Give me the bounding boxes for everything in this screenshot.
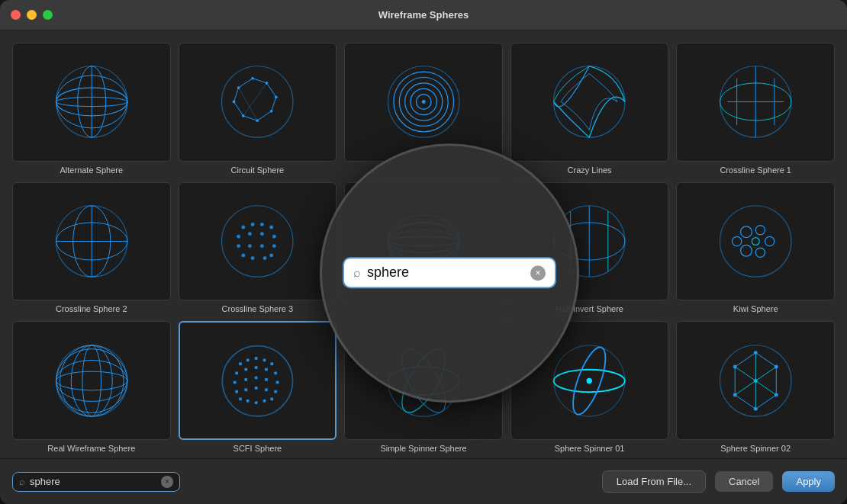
item-label: Crazy Lines (565, 165, 615, 175)
svg-point-60 (269, 254, 273, 258)
svg-rect-94 (255, 366, 258, 369)
list-item[interactable]: Alternate Sphere (12, 43, 171, 175)
svg-point-46 (251, 223, 255, 226)
list-item[interactable]: SCFI Sphere (179, 321, 337, 453)
close-button[interactable] (11, 10, 21, 20)
svg-rect-87 (239, 362, 242, 365)
svg-rect-106 (274, 390, 277, 393)
list-item[interactable]: Crazy Lines (510, 43, 669, 175)
item-preview (344, 43, 503, 162)
list-item[interactable]: Circuit Sphere (179, 43, 337, 175)
svg-point-50 (248, 232, 252, 236)
item-label: Circuit Sphere (228, 165, 288, 175)
svg-point-51 (260, 232, 264, 236)
svg-point-48 (269, 226, 273, 230)
search-input[interactable] (30, 476, 156, 487)
svg-point-47 (260, 223, 264, 226)
svg-rect-103 (244, 388, 247, 391)
list-item[interactable]: Kiwi Sphere (676, 182, 835, 314)
item-label: Sphere Spinner 01 (552, 444, 628, 453)
svg-rect-92 (235, 371, 238, 374)
svg-rect-111 (270, 397, 273, 400)
svg-point-81 (56, 360, 127, 401)
svg-point-55 (260, 244, 264, 248)
minimize-button[interactable] (27, 10, 37, 20)
apply-button[interactable]: Apply (782, 471, 835, 492)
svg-rect-102 (235, 390, 238, 393)
svg-rect-110 (263, 400, 266, 403)
item-preview (179, 321, 337, 440)
svg-point-31 (422, 100, 426, 104)
list-item[interactable]: Real Wireframe Sphere (12, 321, 171, 453)
item-preview (676, 43, 835, 162)
cancel-button[interactable]: Cancel (715, 471, 773, 492)
svg-point-86 (222, 345, 292, 416)
svg-point-57 (241, 254, 245, 258)
magnifier-search-text: sphere (367, 265, 524, 281)
window-title: Wireframe Spheres (378, 9, 469, 21)
svg-point-58 (251, 256, 255, 260)
svg-line-139 (735, 367, 755, 380)
svg-point-72 (741, 226, 752, 238)
svg-rect-100 (265, 378, 268, 381)
magnifier-search-icon: ⌕ (353, 266, 361, 280)
maximize-button[interactable] (43, 10, 53, 20)
item-preview (179, 182, 337, 301)
search-icon: ⌕ (19, 476, 25, 487)
svg-point-83 (82, 345, 101, 416)
svg-rect-104 (255, 387, 258, 390)
magnifier-clear-button[interactable]: × (530, 265, 546, 281)
item-label: Sphere Spinner 02 (717, 444, 794, 453)
svg-point-75 (755, 248, 765, 257)
bottom-bar: ⌕ × Load From File... Cancel Apply (0, 458, 847, 504)
svg-point-85 (60, 345, 124, 416)
magnifier-search-container: ⌕ sphere × (343, 257, 556, 288)
item-label: Simple Spinner Sphere (377, 444, 469, 453)
item-preview (179, 43, 337, 162)
svg-point-80 (56, 371, 127, 390)
svg-point-45 (241, 226, 245, 230)
item-preview (676, 182, 835, 301)
svg-point-84 (71, 345, 112, 416)
svg-rect-109 (255, 401, 258, 404)
clear-button[interactable]: × (161, 476, 173, 488)
list-item[interactable]: Crossline Sphere 2 (12, 182, 171, 314)
svg-rect-95 (265, 368, 268, 371)
svg-rect-90 (263, 358, 266, 361)
svg-line-17 (267, 83, 276, 97)
svg-point-49 (237, 235, 240, 239)
svg-line-23 (239, 88, 258, 120)
item-preview (12, 182, 171, 301)
svg-rect-105 (265, 388, 268, 391)
svg-line-130 (755, 395, 776, 409)
svg-line-138 (735, 380, 755, 394)
svg-rect-108 (246, 400, 250, 403)
list-item[interactable]: Crossline Sphere 3 (179, 182, 337, 314)
item-label: Crossline Sphere 3 (219, 304, 297, 313)
svg-line-135 (755, 367, 776, 380)
svg-rect-99 (255, 376, 258, 379)
item-label: SCFI Sphere (230, 444, 285, 453)
traffic-lights (11, 10, 53, 20)
svg-point-6 (222, 66, 293, 137)
item-label: Kiwi Sphere (730, 304, 781, 313)
item-label: Crossline Sphere 1 (717, 165, 794, 175)
svg-point-78 (752, 238, 759, 246)
svg-line-22 (234, 88, 239, 101)
svg-point-59 (263, 256, 267, 260)
load-from-file-button[interactable]: Load From File... (602, 470, 706, 493)
magnifier-overlay: ⌕ sphere × (320, 143, 579, 403)
svg-rect-107 (239, 397, 242, 400)
svg-point-56 (272, 244, 276, 248)
main-window: Wireframe Spheres Alternate Sphere (0, 0, 847, 504)
list-item[interactable]: Sphere Spinner 02 (676, 321, 835, 453)
svg-point-79 (56, 345, 127, 416)
list-item[interactable]: Crossline Sphere 1 (676, 43, 835, 175)
svg-rect-97 (233, 380, 237, 384)
svg-point-32 (554, 66, 625, 137)
svg-line-131 (735, 395, 755, 409)
svg-rect-88 (246, 358, 250, 361)
svg-line-128 (755, 352, 776, 366)
svg-point-44 (222, 206, 293, 277)
item-label: Alternate Sphere (57, 165, 127, 175)
